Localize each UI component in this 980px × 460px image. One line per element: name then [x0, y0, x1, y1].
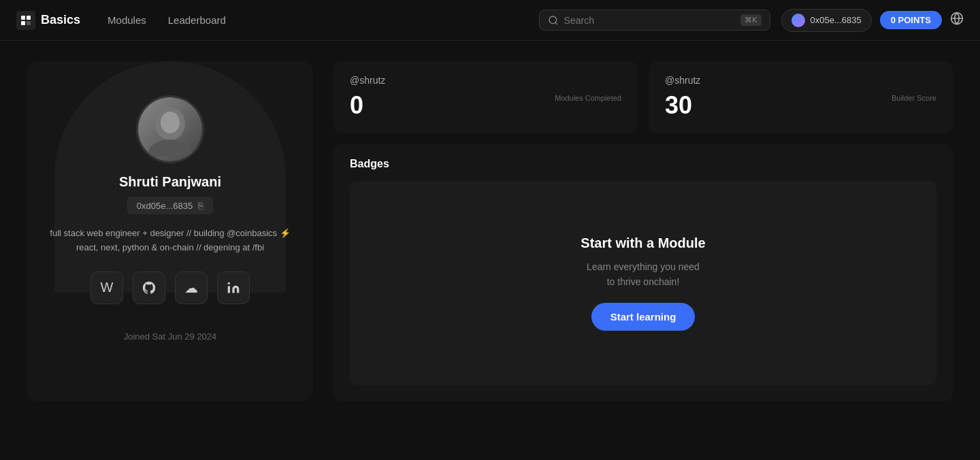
nav-modules[interactable]: Modules	[108, 14, 146, 26]
svg-rect-0	[21, 16, 25, 20]
avatar	[136, 95, 204, 163]
points-button[interactable]: 0 POINTS	[880, 11, 942, 29]
avatar-image	[138, 97, 202, 161]
badges-empty-subtitle: Learn everything you needto thrive oncha…	[587, 259, 700, 290]
stat-modules-label: Modules Completed	[555, 94, 621, 102]
stat-modules-value-row: 0 Modules Completed	[350, 91, 621, 120]
globe-button[interactable]	[950, 12, 964, 29]
svg-rect-2	[21, 21, 25, 25]
wallet-avatar	[791, 14, 805, 27]
svg-point-7	[148, 139, 192, 157]
stat-modules-username: @shrutz	[350, 75, 621, 86]
social-links: W ☁	[91, 272, 250, 304]
stat-builder: @shrutz 30 Builder Score	[649, 61, 953, 133]
profile-panel: Shruti Panjwani 0xd05e...6835 ⎘ full sta…	[27, 61, 313, 401]
social-github-button[interactable]	[133, 272, 165, 304]
stat-builder-username: @shrutz	[665, 75, 936, 86]
search-shortcut: ⌘K	[740, 14, 761, 26]
wallet-button[interactable]: 0x05e...6835	[781, 9, 872, 32]
svg-point-4	[549, 16, 557, 24]
start-learning-button[interactable]: Start learning	[591, 303, 696, 331]
address-row: 0xd05e...6835 ⎘	[127, 197, 213, 214]
logo-icon	[16, 11, 35, 30]
search-icon	[548, 15, 559, 26]
badges-empty-title: Start with a Module	[581, 235, 705, 251]
social-cloud-button[interactable]: ☁	[175, 272, 208, 304]
svg-point-8	[161, 112, 180, 133]
stat-builder-label: Builder Score	[892, 94, 936, 102]
logo-text: Basics	[41, 13, 80, 27]
wallet-address: 0x05e...6835	[811, 15, 862, 25]
right-panel: @shrutz 0 Modules Completed @shrutz 30 B…	[333, 61, 953, 401]
stat-builder-value: 30	[665, 91, 692, 120]
nav-right: 0x05e...6835 0 POINTS	[781, 9, 964, 32]
svg-rect-1	[27, 16, 31, 20]
stat-builder-value-row: 30 Builder Score	[665, 91, 936, 120]
stats-row: @shrutz 0 Modules Completed @shrutz 30 B…	[333, 61, 953, 133]
main-content: Shruti Panjwani 0xd05e...6835 ⎘ full sta…	[0, 41, 980, 422]
badges-section: Badges Start with a Module Learn everyth…	[333, 144, 953, 401]
svg-point-9	[228, 282, 230, 284]
joined-date: Joined Sat Jun 29 2024	[124, 331, 217, 342]
search-input[interactable]	[564, 15, 736, 26]
navbar: Basics Modules Leaderboard ⌘K 0x05e...68…	[0, 0, 980, 41]
social-linkedin-button[interactable]	[217, 272, 250, 304]
profile-name: Shruti Panjwani	[119, 174, 221, 190]
profile-address: 0xd05e...6835	[137, 201, 193, 211]
logo[interactable]: Basics	[16, 11, 80, 30]
svg-rect-3	[27, 21, 31, 25]
search-bar[interactable]: ⌘K	[539, 10, 770, 31]
nav-leaderboard[interactable]: Leaderboard	[168, 14, 226, 26]
copy-icon[interactable]: ⎘	[198, 200, 203, 211]
social-web-button[interactable]: W	[91, 272, 123, 304]
stat-modules-value: 0	[350, 91, 363, 120]
stat-modules: @shrutz 0 Modules Completed	[333, 61, 638, 133]
badges-empty-state: Start with a Module Learn everything you…	[350, 181, 936, 385]
badges-title: Badges	[350, 158, 936, 170]
profile-bio: full stack web engineer + designer // bu…	[41, 227, 299, 255]
nav-links: Modules Leaderboard	[108, 14, 539, 26]
